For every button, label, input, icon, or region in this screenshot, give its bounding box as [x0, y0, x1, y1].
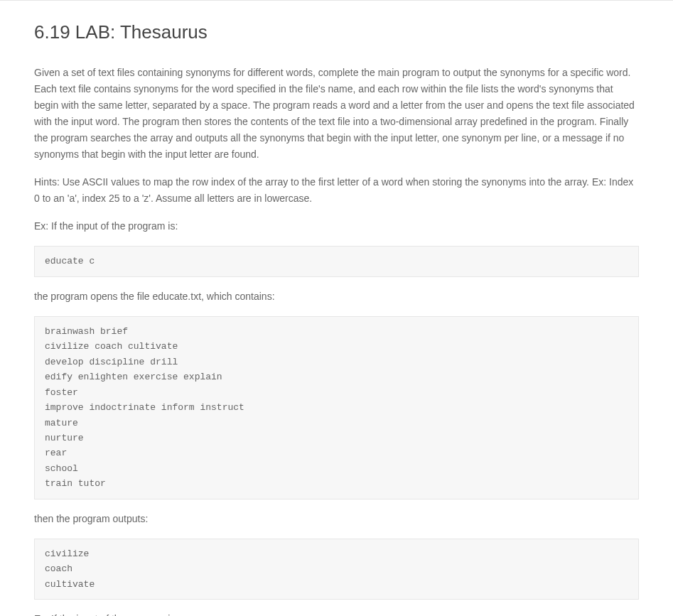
intro-paragraph: Given a set of text files containing syn… — [34, 65, 639, 163]
example1-output-label: then the program outputs: — [34, 511, 639, 527]
example2-prompt: Ex: If the input of the program is: — [34, 611, 639, 616]
lab-title: 6.19 LAB: Thesaurus — [34, 18, 639, 48]
hints-paragraph: Hints: Use ASCII values to map the row i… — [34, 174, 639, 207]
file-contents-code: brainwash brief civilize coach cultivate… — [34, 316, 639, 499]
example1-input-code: educate c — [34, 246, 639, 276]
example1-prompt: Ex: If the input of the program is: — [34, 218, 639, 234]
example1-output-code: civilize coach cultivate — [34, 539, 639, 600]
example1-file-opens: the program opens the file educate.txt, … — [34, 288, 639, 305]
lab-content: 6.19 LAB: Thesaurus Given a set of text … — [0, 1, 673, 616]
